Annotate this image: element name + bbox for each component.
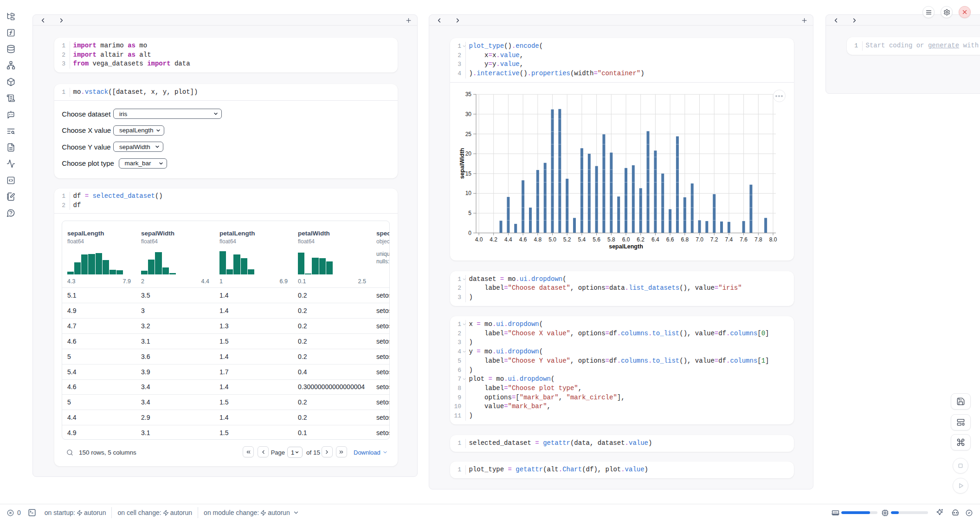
svg-text:8.0: 8.0 — [769, 236, 777, 243]
svg-text:0: 0 — [468, 230, 471, 236]
svg-text:6.4: 6.4 — [651, 236, 659, 243]
svg-text:5.0: 5.0 — [548, 236, 556, 243]
svg-text:25: 25 — [465, 131, 472, 137]
svg-text:5: 5 — [468, 210, 471, 216]
svg-text:15: 15 — [465, 170, 472, 177]
svg-text:7.6: 7.6 — [740, 236, 748, 243]
svg-text:7.4: 7.4 — [725, 236, 733, 243]
svg-text:4.8: 4.8 — [534, 236, 542, 243]
svg-text:4.4: 4.4 — [504, 236, 512, 243]
svg-text:5.6: 5.6 — [593, 236, 600, 243]
svg-text:30: 30 — [465, 111, 472, 117]
svg-text:4.0: 4.0 — [475, 236, 483, 243]
svg-text:7.0: 7.0 — [696, 236, 703, 243]
svg-text:4.6: 4.6 — [519, 236, 527, 243]
svg-text:6.6: 6.6 — [666, 236, 674, 243]
svg-text:6.0: 6.0 — [622, 236, 630, 243]
svg-text:7.2: 7.2 — [710, 236, 718, 243]
svg-text:35: 35 — [465, 91, 472, 98]
svg-text:sepalWidth: sepalWidth — [459, 148, 465, 179]
svg-text:20: 20 — [465, 150, 472, 157]
svg-text:4.2: 4.2 — [490, 236, 497, 243]
svg-text:5.2: 5.2 — [563, 236, 571, 243]
svg-text:6.8: 6.8 — [681, 236, 689, 243]
svg-text:5.8: 5.8 — [607, 236, 615, 243]
svg-text:sepalLength: sepalLength — [609, 243, 643, 250]
svg-text:5.4: 5.4 — [578, 236, 586, 243]
svg-text:7.8: 7.8 — [754, 236, 762, 243]
svg-text:6.2: 6.2 — [637, 236, 645, 243]
svg-text:10: 10 — [465, 190, 472, 196]
